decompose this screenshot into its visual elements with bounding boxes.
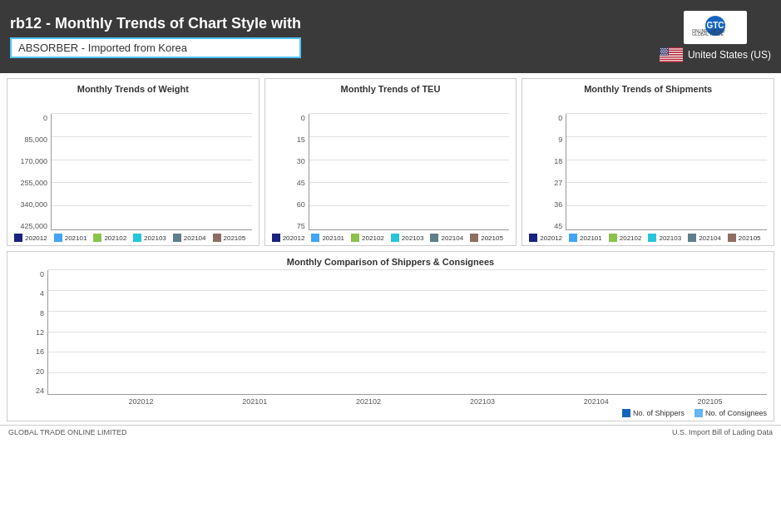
shipments-chart-inner <box>566 114 767 230</box>
comparison-chart-title: Monthly Comparison of Shippers & Consign… <box>14 257 767 267</box>
svg-point-20 <box>662 48 663 49</box>
shipments-y-axis: 45 36 27 18 9 0 <box>529 114 562 230</box>
svg-point-34 <box>663 52 664 53</box>
svg-point-31 <box>665 51 666 52</box>
svg-point-23 <box>667 48 668 49</box>
teu-y-axis: 75 60 45 30 15 0 <box>272 114 305 230</box>
weight-y-axis: 425,000 340,000 255,000 170,000 85,000 0 <box>14 114 47 230</box>
charts-area: Monthly Trends of Weight 425,000 340,000… <box>0 73 781 425</box>
weight-chart-wrapper: 425,000 340,000 255,000 170,000 85,000 0 <box>14 97 252 230</box>
shipments-legend: 202012 202101 202102 202103 202104 20210… <box>529 234 767 242</box>
svg-point-32 <box>667 51 668 52</box>
weight-legend: 202012 202101 202102 202103 202104 20210… <box>14 234 252 242</box>
teu-chart-inner <box>309 114 510 230</box>
svg-rect-13 <box>660 57 683 57</box>
shipments-grid <box>566 114 767 229</box>
comparison-grid <box>48 270 767 394</box>
teu-chart: Monthly Trends of TEU 75 60 45 30 15 0 <box>264 78 517 246</box>
shipments-bars <box>566 114 767 230</box>
svg-point-38 <box>662 54 663 55</box>
svg-rect-12 <box>660 56 683 57</box>
comparison-chart: Monthly Comparison of Shippers & Consign… <box>7 251 774 421</box>
comparison-legend: No. of Shippers No. of Consignees <box>47 409 767 417</box>
weight-bars <box>51 114 252 230</box>
svg-point-27 <box>666 50 667 51</box>
page-title: rb12 - Monthly Trends of Chart Style wit… <box>10 15 301 32</box>
teu-chart-title: Monthly Trends of TEU <box>272 84 510 94</box>
weight-chart: Monthly Trends of Weight 425,000 340,000… <box>7 78 260 246</box>
weight-grid <box>52 114 252 229</box>
weight-chart-title: Monthly Trends of Weight <box>14 84 252 94</box>
svg-rect-14 <box>660 57 683 58</box>
teu-legend: 202012 202101 202102 202103 202104 20210… <box>272 234 510 242</box>
svg-point-35 <box>665 52 665 53</box>
top-charts-row: Monthly Trends of Weight 425,000 340,000… <box>7 78 774 246</box>
svg-point-25 <box>663 50 664 51</box>
svg-rect-17 <box>660 62 683 62</box>
weight-chart-inner <box>51 114 252 230</box>
svg-point-33 <box>661 52 662 53</box>
svg-rect-15 <box>660 59 683 60</box>
svg-point-41 <box>667 54 668 55</box>
svg-point-28 <box>660 51 661 52</box>
header-right: GTC GLOBAL TRADE ONLINE LIMITED <box>660 11 771 62</box>
svg-text:ONLINE LIMITED: ONLINE LIMITED <box>692 28 725 33</box>
header-left: rb12 - Monthly Trends of Chart Style wit… <box>10 15 301 58</box>
shipments-chart-title: Monthly Trends of Shipments <box>529 84 767 94</box>
svg-point-40 <box>665 54 666 55</box>
country-row: United States (US) <box>660 47 771 62</box>
teu-bars <box>309 114 510 230</box>
svg-point-37 <box>660 54 661 55</box>
teu-chart-wrapper: 75 60 45 30 15 0 <box>272 97 510 230</box>
logo-box: GTC GLOBAL TRADE ONLINE LIMITED <box>684 11 747 44</box>
comparison-y-axis: 24 20 16 12 8 4 0 <box>14 270 44 395</box>
footer: GLOBAL TRADE ONLINE LIMITED U.S. Import … <box>0 425 781 439</box>
svg-point-21 <box>664 48 665 49</box>
company-logo: GTC GLOBAL TRADE ONLINE LIMITED <box>690 14 740 37</box>
header: rb12 - Monthly Trends of Chart Style wit… <box>0 0 781 73</box>
shipments-chart: Monthly Trends of Shipments 45 36 27 18 … <box>521 78 774 246</box>
comparison-bars <box>47 270 767 395</box>
teu-grid <box>309 114 510 229</box>
comparison-inner: 24 20 16 12 8 4 0 <box>14 270 767 417</box>
svg-point-19 <box>660 48 661 49</box>
svg-point-30 <box>664 51 665 52</box>
footer-left: GLOBAL TRADE ONLINE LIMITED <box>8 428 127 436</box>
us-flag-icon <box>660 47 683 62</box>
svg-point-39 <box>664 54 665 55</box>
svg-point-22 <box>665 48 666 49</box>
svg-point-24 <box>661 50 662 51</box>
country-label: United States (US) <box>688 49 771 61</box>
comparison-x-labels: 202012 202101 202102 202103 202104 20210… <box>47 397 767 406</box>
footer-right: U.S. Import Bill of Lading Data <box>672 428 773 436</box>
svg-point-29 <box>662 51 663 52</box>
comparison-chart-body: 202012 202101 202102 202103 202104 20210… <box>47 270 767 417</box>
svg-point-26 <box>665 50 665 51</box>
svg-rect-16 <box>660 60 683 61</box>
svg-point-36 <box>666 52 667 53</box>
subtitle-badge: ABSORBER - Imported from Korea <box>10 37 301 58</box>
shipments-chart-wrapper: 45 36 27 18 9 0 <box>529 97 767 230</box>
